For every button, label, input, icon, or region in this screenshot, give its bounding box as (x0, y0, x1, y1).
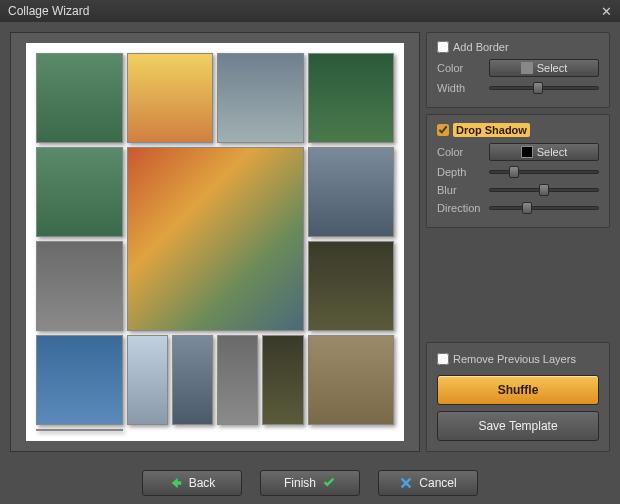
collage-thumb[interactable] (36, 335, 123, 425)
collage-thumb[interactable] (36, 241, 123, 331)
arrow-left-icon (169, 476, 183, 490)
footer-buttons: Back Finish Cancel (0, 462, 620, 504)
remove-layers-checkbox[interactable] (437, 353, 449, 365)
border-width-slider[interactable] (489, 81, 599, 95)
collage-thumb[interactable] (36, 147, 123, 237)
swatch-icon (521, 62, 533, 74)
collage-wizard-window: Collage Wizard ✕ (0, 0, 620, 504)
options-sidebar: Add Border Color Select Width (426, 32, 610, 452)
collage-thumb[interactable] (262, 335, 303, 425)
window-title: Collage Wizard (8, 4, 89, 18)
drop-shadow-checkbox[interactable] (437, 124, 449, 136)
collage-thumb[interactable] (127, 335, 168, 425)
collage-thumb[interactable] (217, 335, 258, 425)
collage-thumb[interactable] (36, 429, 123, 431)
collage-thumb[interactable] (308, 53, 395, 143)
close-icon[interactable]: ✕ (601, 4, 612, 19)
shadow-color-select[interactable]: Select (489, 143, 599, 161)
collage-thumb[interactable] (308, 147, 395, 237)
shuffle-button[interactable]: Shuffle (437, 375, 599, 405)
collage-thumb[interactable] (36, 53, 123, 143)
collage-canvas[interactable] (26, 43, 404, 441)
collage-thumb[interactable] (172, 335, 213, 425)
shadow-direction-label: Direction (437, 202, 483, 214)
preview-panel (10, 32, 420, 452)
collage-thumb[interactable] (217, 53, 304, 143)
collage-main-image[interactable] (127, 147, 304, 331)
border-color-select[interactable]: Select (489, 59, 599, 77)
shadow-blur-slider[interactable] (489, 183, 599, 197)
shadow-depth-slider[interactable] (489, 165, 599, 179)
check-icon (322, 476, 336, 490)
collage-thumb[interactable] (308, 241, 395, 331)
add-border-label: Add Border (453, 41, 509, 53)
titlebar: Collage Wizard ✕ (0, 0, 620, 22)
collage-thumb[interactable] (308, 335, 395, 425)
back-button[interactable]: Back (142, 470, 242, 496)
add-border-checkbox[interactable] (437, 41, 449, 53)
shadow-direction-slider[interactable] (489, 201, 599, 215)
drop-shadow-label: Drop Shadow (453, 123, 530, 137)
remove-layers-label: Remove Previous Layers (453, 353, 576, 365)
add-border-panel: Add Border Color Select Width (426, 32, 610, 108)
drop-shadow-panel: Drop Shadow Color Select Depth Blu (426, 114, 610, 228)
actions-panel: Remove Previous Layers Shuffle Save Temp… (426, 342, 610, 452)
cancel-button[interactable]: Cancel (378, 470, 478, 496)
border-color-label: Color (437, 62, 483, 74)
x-icon (399, 476, 413, 490)
finish-button[interactable]: Finish (260, 470, 360, 496)
shadow-color-label: Color (437, 146, 483, 158)
shadow-blur-label: Blur (437, 184, 483, 196)
collage-thumb[interactable] (127, 53, 214, 143)
content-area: Add Border Color Select Width (0, 22, 620, 462)
swatch-icon (521, 146, 533, 158)
border-width-label: Width (437, 82, 483, 94)
save-template-button[interactable]: Save Template (437, 411, 599, 441)
shadow-depth-label: Depth (437, 166, 483, 178)
